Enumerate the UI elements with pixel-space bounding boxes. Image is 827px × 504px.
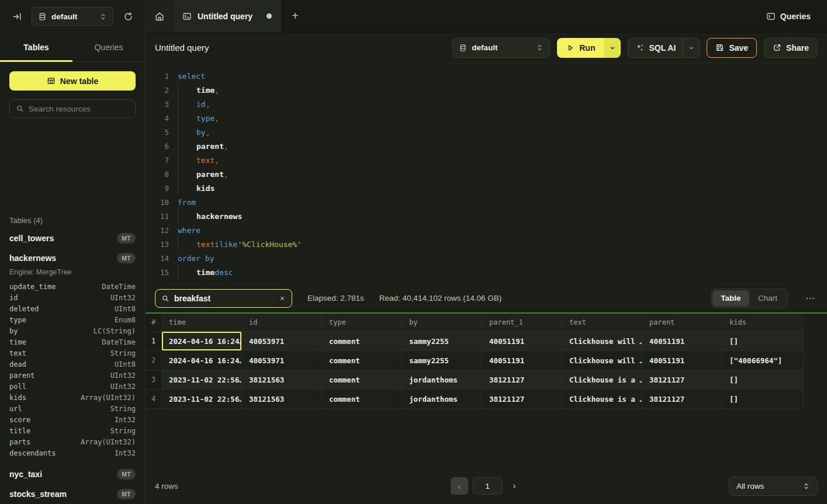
table-cell[interactable]: Clickhouse will … xyxy=(562,351,642,370)
table-cell[interactable]: 40051191 xyxy=(642,351,722,370)
table-cell[interactable]: 2023-11-02 22:56… xyxy=(162,370,242,390)
table-cell[interactable]: comment xyxy=(322,351,402,370)
table-cell[interactable]: 40051191 xyxy=(482,351,562,370)
table-cell[interactable]: 40051191 xyxy=(642,332,722,351)
view-toggle-table[interactable]: Table xyxy=(712,290,749,307)
sql-editor[interactable]: 1select2time,3id,4type,5by,6parent,7text… xyxy=(146,63,827,283)
clear-search-button[interactable]: × xyxy=(279,294,286,303)
schema-column-row[interactable]: titleString xyxy=(0,425,145,436)
table-cell[interactable]: sammy2255 xyxy=(402,351,482,370)
new-tab-button[interactable]: + xyxy=(282,0,309,32)
table-cell[interactable]: [] xyxy=(722,332,804,351)
column-header-text[interactable]: text xyxy=(562,314,642,332)
column-header-parent_1[interactable]: parent_1 xyxy=(482,314,562,332)
table-cell[interactable]: Clickhouse is a … xyxy=(562,390,642,409)
sql-ai-main[interactable]: SQL AI xyxy=(628,43,683,53)
table-cell[interactable]: 38121127 xyxy=(642,390,722,409)
table-cell[interactable]: 2024-04-16 16:24… xyxy=(162,351,242,370)
table-cell[interactable]: [] xyxy=(722,370,804,390)
new-table-button[interactable]: New table xyxy=(9,71,136,91)
table-item-nyc_taxi[interactable]: nyc_taxiMT xyxy=(0,464,145,484)
page-number[interactable]: 1 xyxy=(473,477,502,495)
editor-line: 10from xyxy=(155,195,827,209)
queries-button[interactable]: Queries xyxy=(756,6,821,26)
column-header-type[interactable]: type xyxy=(322,314,402,332)
sql-ai-options-button[interactable] xyxy=(683,39,699,57)
run-options-button[interactable] xyxy=(604,38,621,58)
results-more-button[interactable]: ⋯ xyxy=(803,290,818,306)
tab-untitled-query[interactable]: Untitled query xyxy=(173,0,282,32)
sidebar-tab-queries[interactable]: Queries xyxy=(72,33,145,61)
table-cell[interactable]: 38121563 xyxy=(242,370,322,390)
schema-column-row[interactable]: scoreInt32 xyxy=(0,414,145,425)
column-header-time[interactable]: time xyxy=(162,314,242,332)
schema-column-row[interactable]: textString xyxy=(0,347,145,359)
results-search-input[interactable] xyxy=(174,294,274,303)
schema-column-row[interactable]: partsArray(UInt32) xyxy=(0,436,145,447)
column-header-id[interactable]: id xyxy=(242,314,322,332)
database-selector[interactable]: default xyxy=(32,7,113,26)
schema-column-row[interactable]: pollUInt32 xyxy=(0,381,145,392)
table-cell[interactable]: comment xyxy=(322,370,402,390)
sidebar-search-input[interactable] xyxy=(29,105,132,113)
schema-column-row[interactable]: descendantsInt32 xyxy=(0,447,145,458)
table-cell[interactable]: 40051191 xyxy=(482,332,562,351)
table-cell[interactable]: 38121127 xyxy=(642,370,722,390)
column-header-index[interactable]: # xyxy=(146,314,162,332)
table-cell[interactable]: 2023-11-02 22:56… xyxy=(162,390,242,409)
table-cell[interactable]: sammy2255 xyxy=(402,332,482,351)
table-item-cell_towers[interactable]: cell_towersMT xyxy=(0,228,145,248)
row-number[interactable]: 1 xyxy=(146,332,162,351)
save-button[interactable]: Save xyxy=(707,38,757,58)
refresh-button[interactable] xyxy=(119,8,137,25)
schema-column-row[interactable]: kidsArray(UInt32) xyxy=(0,392,145,403)
page-size-selector[interactable]: All rows xyxy=(729,477,818,496)
column-header-kids[interactable]: kids xyxy=(722,314,804,332)
table-cell[interactable]: 40053971 xyxy=(242,332,322,351)
table-cell[interactable]: [] xyxy=(722,390,804,409)
row-number[interactable]: 3 xyxy=(146,370,162,390)
table-cell[interactable]: comment xyxy=(322,390,402,409)
table-cell[interactable]: 40053971 xyxy=(242,351,322,370)
selected-cell[interactable]: 2024-04-16 16:24… xyxy=(162,332,242,351)
schema-column-row[interactable]: update_timeDateTime xyxy=(0,281,145,292)
next-page-button[interactable]: › xyxy=(507,477,522,495)
prev-page-button[interactable]: ‹ xyxy=(451,477,468,495)
row-number[interactable]: 2 xyxy=(146,351,162,370)
view-toggle-chart[interactable]: Chart xyxy=(749,290,786,307)
schema-column-row[interactable]: timeDateTime xyxy=(0,336,145,347)
chevron-updown-icon xyxy=(802,482,810,490)
table-cell[interactable]: 38121127 xyxy=(482,390,562,409)
schema-column-row[interactable]: deadUInt8 xyxy=(0,359,145,370)
schema-column-row[interactable]: urlString xyxy=(0,403,145,414)
table-item-stocks_stream[interactable]: stocks_streamMT xyxy=(0,484,145,504)
column-header-by[interactable]: by xyxy=(402,314,482,332)
row-number[interactable]: 4 xyxy=(146,390,162,409)
table-cell[interactable]: jordanthoms xyxy=(402,390,482,409)
collapse-sidebar-button[interactable] xyxy=(8,8,26,25)
home-tab[interactable] xyxy=(146,0,173,32)
sql-ai-button[interactable]: SQL AI xyxy=(628,38,700,58)
schema-column-row[interactable]: deletedUInt8 xyxy=(0,303,145,314)
column-name: type xyxy=(9,316,26,324)
share-button[interactable]: Share xyxy=(764,38,818,58)
table-cell[interactable]: jordanthoms xyxy=(402,370,482,390)
column-name: id xyxy=(9,294,18,302)
run-button[interactable]: Run xyxy=(557,38,604,58)
schema-column-row[interactable]: parentUInt32 xyxy=(0,370,145,381)
schema-column-row[interactable]: typeEnum8 xyxy=(0,314,145,325)
table-cell[interactable]: 38121563 xyxy=(242,390,322,409)
schema-column-row[interactable]: byLC(String) xyxy=(0,325,145,336)
query-database-selector[interactable]: default xyxy=(452,38,550,58)
table-cell[interactable]: Clickhouse will … xyxy=(562,332,642,351)
column-header-parent[interactable]: parent xyxy=(642,314,722,332)
table-name: stocks_stream xyxy=(9,489,67,499)
table-item-hackernews[interactable]: hackernewsMT xyxy=(0,248,145,268)
table-cell[interactable]: 38121127 xyxy=(482,370,562,390)
tables-section-label: Tables (4) xyxy=(9,216,136,225)
table-cell[interactable]: ["40066964"] xyxy=(722,351,804,370)
schema-column-row[interactable]: idUInt32 xyxy=(0,292,145,303)
sidebar-tab-tables[interactable]: Tables xyxy=(0,33,72,61)
table-cell[interactable]: Clickhouse is a … xyxy=(562,370,642,390)
table-cell[interactable]: comment xyxy=(322,332,402,351)
